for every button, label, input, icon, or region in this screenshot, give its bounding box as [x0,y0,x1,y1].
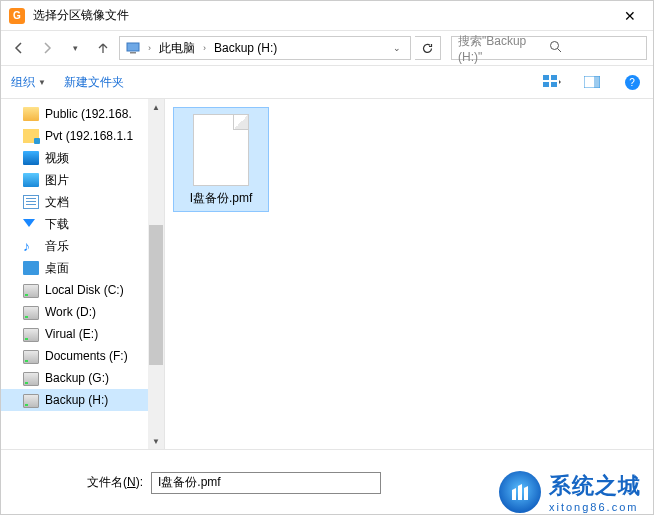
app-icon: G [9,8,25,24]
file-list[interactable]: I盘备份.pmf [165,99,653,449]
sidebar-item-label: Pvt (192.168.1.1 [45,129,133,143]
svg-rect-1 [130,52,136,54]
sidebar-item[interactable]: Documents (F:) [1,345,164,367]
filename-label: 文件名(N): [13,474,143,491]
up-button[interactable] [91,36,115,60]
new-folder-button[interactable]: 新建文件夹 [64,74,124,91]
sidebar-item-label: Backup (G:) [45,371,109,385]
sidebar-item-label: Local Disk (C:) [45,283,124,297]
sidebar-item[interactable]: Virual (E:) [1,323,164,345]
thumbnails-icon [543,75,561,89]
scroll-down-button[interactable]: ▼ [148,433,164,449]
sidebar-item-label: Backup (H:) [45,393,108,407]
sidebar-item[interactable]: 文档 [1,191,164,213]
chevron-right-icon: › [144,43,155,53]
close-button[interactable]: ✕ [615,8,645,24]
scroll-up-button[interactable]: ▲ [148,99,164,115]
sidebar-item-label: 文档 [45,194,69,211]
sidebar-item-label: 视频 [45,150,69,167]
svg-rect-6 [543,82,549,87]
svg-rect-0 [127,43,139,51]
search-icon [549,40,640,56]
search-input[interactable]: 搜索"Backup (H:)" [451,36,647,60]
sidebar-item-label: Work (D:) [45,305,96,319]
help-button[interactable]: ? [621,71,643,93]
svg-rect-9 [594,76,600,88]
refresh-button[interactable] [415,36,441,60]
sidebar-item-label: 下载 [45,216,69,233]
watermark-url: xitong86.com [549,501,641,513]
pc-icon [126,42,140,54]
arrow-up-icon [96,41,110,55]
svg-rect-4 [543,75,549,80]
help-icon: ? [625,75,640,90]
sidebar-item-label: 音乐 [45,238,69,255]
search-placeholder: 搜索"Backup (H:)" [458,33,549,64]
sidebar-item[interactable]: Public (192.168. [1,103,164,125]
sidebar-scrollbar[interactable]: ▲ ▼ [148,99,164,449]
file-item[interactable]: I盘备份.pmf [173,107,269,212]
arrow-left-icon [12,41,26,55]
refresh-icon [421,42,434,55]
sidebar-item[interactable]: Backup (G:) [1,367,164,389]
sidebar-item[interactable]: Backup (H:) [1,389,164,411]
sidebar-item-label: 桌面 [45,260,69,277]
watermark: 系统之城 xitong86.com [499,471,641,513]
sidebar-item[interactable]: ♪音乐 [1,235,164,257]
svg-point-2 [551,42,559,50]
organize-button[interactable]: 组织▼ [11,74,46,91]
sidebar-item[interactable]: 图片 [1,169,164,191]
preview-icon [584,76,600,88]
recent-dropdown[interactable]: ▾ [63,36,87,60]
svg-line-3 [558,49,562,53]
view-mode-button[interactable] [541,71,563,93]
sidebar-item-label: Public (192.168. [45,107,132,121]
address-dropdown[interactable]: ⌄ [390,43,404,53]
filename-input[interactable] [151,472,381,494]
arrow-right-icon [40,41,54,55]
window-title: 选择分区镜像文件 [33,7,615,24]
breadcrumb-seg-drive[interactable]: Backup (H:) [214,41,277,55]
sidebar-item[interactable]: Local Disk (C:) [1,279,164,301]
sidebar-item[interactable]: 桌面 [1,257,164,279]
file-name: I盘备份.pmf [176,190,266,207]
watermark-logo-icon [499,471,541,513]
sidebar-item[interactable]: 视频 [1,147,164,169]
sidebar: Public (192.168.Pvt (192.168.1.1视频图片文档下载… [1,99,165,449]
file-icon [193,114,249,186]
sidebar-item-label: Documents (F:) [45,349,128,363]
sidebar-item-label: 图片 [45,172,69,189]
svg-rect-5 [551,75,557,80]
watermark-title: 系统之城 [549,471,641,501]
sidebar-item[interactable]: Pvt (192.168.1.1 [1,125,164,147]
address-bar[interactable]: › 此电脑 › Backup (H:) ⌄ [119,36,411,60]
chevron-down-icon: ▼ [38,78,46,87]
sidebar-item[interactable]: 下载 [1,213,164,235]
chevron-right-icon: › [199,43,210,53]
svg-rect-7 [551,82,557,87]
back-button[interactable] [7,36,31,60]
forward-button[interactable] [35,36,59,60]
preview-pane-button[interactable] [581,71,603,93]
breadcrumb-seg-pc[interactable]: 此电脑 [159,40,195,57]
sidebar-item[interactable]: Work (D:) [1,301,164,323]
sidebar-item-label: Virual (E:) [45,327,98,341]
scroll-thumb[interactable] [149,225,163,365]
